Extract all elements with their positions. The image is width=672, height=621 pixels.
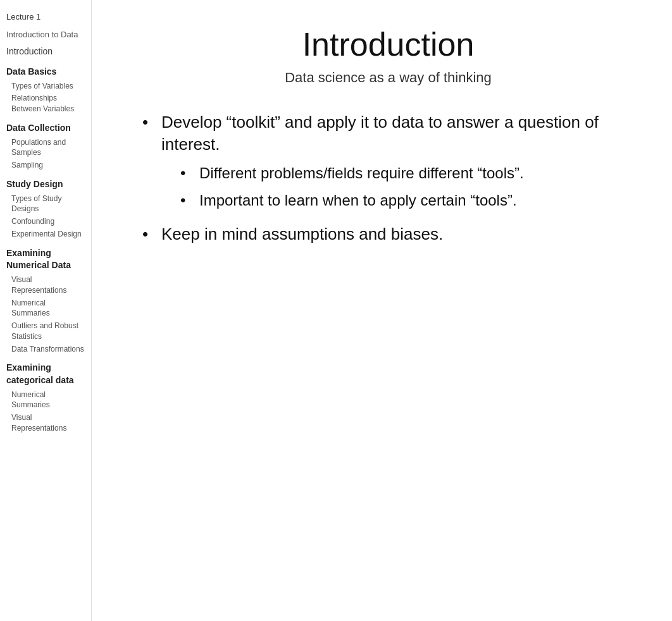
sidebar-lecture[interactable]: Lecture 1 (6, 11, 86, 23)
sidebar-category-examining-numerical-data[interactable]: Examining Numerical Data (6, 247, 86, 272)
sub-bullet-list: Different problems/fields require differ… (180, 163, 634, 211)
sidebar-item-outliers-robust-statistics[interactable]: Outliers and Robust Statistics (11, 321, 86, 342)
sidebar: Lecture 1 Introduction to Data Introduct… (0, 0, 92, 621)
sidebar-intro-to-data[interactable]: Introduction to Data (6, 29, 86, 40)
sub-bullet-important-to-learn: Important to learn when to apply certain… (180, 190, 634, 211)
sidebar-category-data-basics[interactable]: Data Basics (6, 66, 86, 78)
sidebar-item-numerical-summaries-cat[interactable]: Numerical Summaries (11, 390, 86, 411)
sub-bullet-text-1: Different problems/fields require differ… (199, 164, 524, 181)
sidebar-item-types-of-study-designs[interactable]: Types of Study Designs (11, 194, 86, 215)
sub-bullet-different-problems: Different problems/fields require differ… (180, 163, 634, 183)
sidebar-item-numerical-summaries[interactable]: Numerical Summaries (11, 298, 86, 319)
slide-subtitle: Data science as a way of thinking (142, 70, 634, 86)
sidebar-item-sampling[interactable]: Sampling (11, 160, 86, 171)
sidebar-category-examining-categorical-data[interactable]: Examining categorical data (6, 362, 86, 386)
main-content: Introduction Data science as a way of th… (92, 0, 672, 621)
sidebar-item-confounding[interactable]: Confounding (11, 216, 86, 227)
bullet-text-toolkit: Develop “toolkit” and apply it to data t… (161, 113, 599, 154)
sidebar-item-relationships-between-variables[interactable]: Relationships Between Variables (11, 93, 86, 114)
bullet-item-assumptions: Keep in mind assumptions and biases. (142, 223, 634, 245)
sidebar-introduction[interactable]: Introduction (6, 46, 86, 58)
sidebar-item-visual-representations[interactable]: Visual Representations (11, 274, 86, 296)
bullet-text-assumptions: Keep in mind assumptions and biases. (161, 224, 443, 243)
main-bullet-list: Develop “toolkit” and apply it to data t… (142, 111, 634, 245)
sidebar-item-types-of-variables[interactable]: Types of Variables (11, 81, 86, 92)
slide-title: Introduction (142, 25, 634, 63)
sidebar-item-data-transformations[interactable]: Data Transformations (11, 344, 86, 355)
sub-bullet-text-2: Important to learn when to apply certain… (199, 192, 517, 209)
sidebar-category-study-design[interactable]: Study Design (6, 178, 86, 191)
sidebar-item-populations-and-samples[interactable]: Populations and Samples (11, 137, 86, 159)
sidebar-category-data-collection[interactable]: Data Collection (6, 122, 86, 135)
bullet-item-toolkit: Develop “toolkit” and apply it to data t… (142, 111, 634, 211)
sidebar-item-experimental-design[interactable]: Experimental Design (11, 229, 86, 240)
sidebar-item-visual-representations-cat[interactable]: Visual Representations (11, 412, 86, 434)
